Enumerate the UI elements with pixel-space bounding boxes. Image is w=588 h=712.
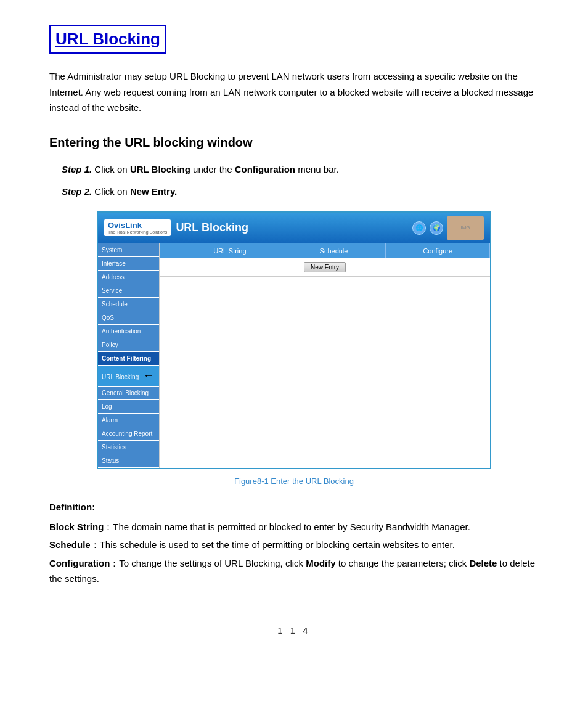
- step1-bold1: URL Blocking: [130, 164, 190, 174]
- section-heading: Entering the URL blocking window: [49, 133, 539, 152]
- ss-col-schedule: Schedule: [282, 243, 386, 259]
- schedule-line: Schedule：This schedule is used to set th…: [49, 537, 539, 553]
- ss-table-header: URL String Schedule Configure: [160, 243, 490, 259]
- block-string-label: Block String: [49, 522, 104, 532]
- screenshot-figure: OvisLink The Total Networking Solutions …: [97, 211, 491, 469]
- block-string-line: Block String：The domain name that is per…: [49, 519, 539, 535]
- sidebar-item-address[interactable]: Address: [98, 271, 159, 284]
- definition-section: Definition: Block String：The domain name…: [49, 499, 539, 587]
- ss-main: URL String Schedule Configure New Entry: [160, 243, 490, 468]
- intro-paragraph: The Administrator may setup URL Blocking…: [49, 68, 539, 116]
- configuration-bold1: Modify: [306, 558, 335, 568]
- new-entry-button[interactable]: New Entry: [304, 262, 346, 272]
- sidebar-item-policy[interactable]: Policy: [98, 338, 159, 352]
- sidebar-item-general-blocking[interactable]: General Blocking: [98, 387, 159, 400]
- sidebar-item-interface[interactable]: Interface: [98, 257, 159, 271]
- page-title[interactable]: URL Blocking: [49, 25, 166, 54]
- figure-caption: Figure8-1 Enter the URL Blocking: [49, 475, 539, 488]
- configuration-label: Configuration: [49, 558, 110, 568]
- block-string-sep: ：: [104, 522, 113, 532]
- ss-photo-placeholder: IMG: [447, 216, 484, 240]
- configuration-text1: To change the settings of URL Blocking, …: [119, 558, 306, 568]
- step-2: Step 2. Click on New Entry.: [62, 185, 539, 199]
- configuration-bold2: Delete: [469, 558, 497, 568]
- step2-bold: New Entry.: [130, 186, 177, 197]
- configuration-line: Configuration：To change the settings of …: [49, 555, 539, 587]
- sidebar-item-content-filtering[interactable]: Content Filtering: [98, 352, 159, 366]
- page-footer: 1 1 4: [49, 624, 539, 638]
- step1-label: Step 1.: [62, 164, 92, 174]
- ss-body: System Interface Address Service Schedul…: [98, 243, 490, 468]
- ss-col-empty: [160, 243, 178, 259]
- ss-col-configure: Configure: [386, 243, 490, 259]
- ss-new-entry-row: New Entry: [160, 258, 490, 277]
- step2-text: Click on: [92, 186, 130, 197]
- step1-text: Click on: [92, 164, 130, 174]
- sidebar-item-url-blocking[interactable]: URL Blocking ←: [98, 366, 159, 387]
- ss-header-title: URL Blocking: [176, 219, 412, 236]
- schedule-sep: ：: [91, 539, 100, 550]
- sidebar-item-status[interactable]: Status: [98, 454, 159, 468]
- sidebar-item-statistics[interactable]: Statistics: [98, 441, 159, 454]
- schedule-text: This schedule is used to set the time of…: [100, 539, 455, 550]
- sidebar-item-system[interactable]: System: [98, 243, 159, 257]
- configuration-sep: ：: [110, 558, 119, 568]
- step2-label: Step 2.: [62, 186, 92, 197]
- step1-bold2: Configuration: [235, 164, 295, 174]
- ss-globe-icon2: 🌍: [430, 221, 443, 235]
- sidebar-item-qos[interactable]: QoS: [98, 311, 159, 325]
- ss-logo-main: OvisLink: [108, 221, 142, 230]
- sidebar-item-log[interactable]: Log: [98, 400, 159, 414]
- definition-title: Definition:: [49, 499, 539, 515]
- schedule-label: Schedule: [49, 539, 91, 550]
- sidebar-item-service[interactable]: Service: [98, 284, 159, 298]
- ss-globe-icon1: 🌐: [412, 221, 426, 235]
- sidebar-item-accounting-report[interactable]: Accounting Report: [98, 427, 159, 441]
- sidebar-item-alarm[interactable]: Alarm: [98, 414, 159, 427]
- step1-mid: under the: [190, 164, 235, 174]
- step1-end: menu bar.: [295, 164, 339, 174]
- sidebar-item-authentication[interactable]: Authentication: [98, 325, 159, 338]
- configuration-text2: to change the parameters; click: [336, 558, 470, 568]
- ss-sidebar: System Interface Address Service Schedul…: [98, 243, 160, 468]
- arrow-icon: ←: [143, 367, 154, 384]
- ss-header: OvisLink The Total Networking Solutions …: [98, 213, 490, 243]
- block-string-text: The domain name that is permitted or blo…: [113, 522, 470, 532]
- sidebar-item-schedule[interactable]: Schedule: [98, 298, 159, 311]
- ss-col-url-string: URL String: [178, 243, 282, 259]
- ss-logo-tagline: The Total Networking Solutions: [108, 230, 167, 235]
- step-1: Step 1. Click on URL Blocking under the …: [62, 163, 539, 177]
- ss-content-area: [160, 277, 490, 375]
- ss-logo: OvisLink The Total Networking Solutions: [104, 219, 171, 237]
- ss-header-icons: 🌐 🌍 IMG: [412, 216, 484, 240]
